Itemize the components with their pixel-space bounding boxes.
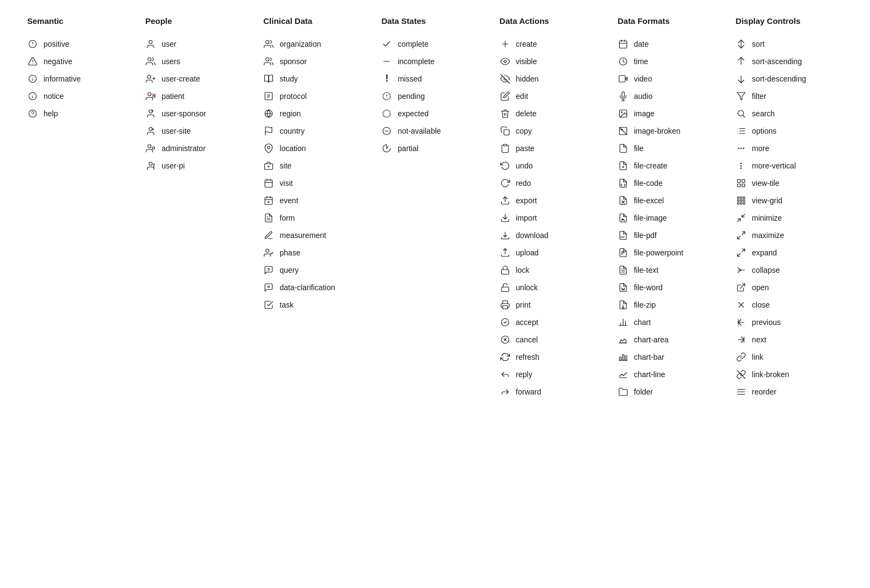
list-item: video (618, 70, 725, 87)
item-label: reorder (752, 387, 776, 397)
list-item: user (145, 35, 252, 53)
next-icon (736, 334, 747, 345)
list-item: filter (736, 87, 843, 105)
list-item: expand (736, 244, 843, 261)
list-item: view-grid (736, 192, 843, 209)
svg-rect-132 (737, 179, 740, 182)
close-icon (736, 299, 747, 310)
item-label: complete (397, 39, 428, 49)
column-header-display-controls: Display Controls (736, 16, 843, 26)
list-item: file-image (618, 209, 725, 227)
item-label: informative (44, 74, 80, 84)
item-label: file-image (634, 213, 667, 223)
sponsor-icon (263, 56, 274, 67)
item-label: file-powerpoint (634, 248, 683, 258)
study-icon (263, 73, 274, 84)
list-item: user-create (145, 70, 252, 87)
svg-rect-135 (742, 184, 744, 187)
maximize-icon (736, 230, 747, 241)
item-label: upload (516, 248, 539, 258)
list-item: chart (618, 314, 725, 331)
file-text-icon (618, 265, 629, 276)
svg-point-52 (266, 249, 269, 252)
location-icon (263, 143, 274, 154)
list-item: reply (500, 366, 607, 383)
item-label: expand (752, 248, 777, 258)
list-item: audio (618, 87, 725, 105)
file-image-icon (618, 212, 629, 223)
item-label: print (516, 300, 531, 310)
list-item: sort-ascending (736, 53, 843, 70)
refresh-icon (500, 352, 511, 362)
svg-line-145 (737, 219, 740, 222)
item-label: accept (516, 317, 538, 327)
svg-point-59 (383, 110, 391, 117)
item-label: chart-line (634, 370, 666, 379)
file-word-icon (618, 282, 629, 293)
svg-rect-143 (740, 203, 742, 204)
list-item: country (263, 122, 370, 140)
item-label: query (279, 265, 299, 275)
svg-rect-136 (737, 197, 739, 198)
svg-point-20 (149, 110, 152, 113)
list-item: expected (381, 105, 488, 122)
item-label: incomplete (397, 57, 434, 66)
item-label: forward (516, 387, 542, 397)
list-item: ! missed (381, 70, 488, 87)
list-item: print (500, 296, 607, 314)
list-item: organization (263, 35, 370, 53)
missed-icon: ! (381, 73, 392, 84)
item-label: administrator (161, 143, 206, 153)
item-label: export (516, 196, 537, 205)
reorder-icon (736, 386, 747, 397)
list-item: measurement (263, 227, 370, 244)
item-label: file-zip (634, 300, 656, 310)
svg-point-130 (741, 163, 742, 164)
svg-marker-117 (737, 92, 745, 100)
item-label: more-vertical (752, 161, 796, 171)
list-item: undo (500, 157, 607, 174)
item-label: filter (752, 91, 766, 101)
list-item: file-word (618, 279, 725, 296)
list-item: chart-area (618, 331, 725, 348)
column-header-data-states: Data States (381, 16, 488, 26)
item-label: expected (397, 109, 428, 118)
svg-point-23 (152, 147, 155, 149)
list-item: edit (500, 87, 607, 105)
site-icon (263, 160, 274, 171)
file-create-icon (618, 160, 629, 171)
item-label: link (752, 352, 763, 362)
svg-line-146 (742, 214, 744, 217)
svg-point-127 (738, 148, 739, 149)
event-icon (263, 195, 274, 206)
item-label: audio (634, 91, 652, 101)
item-label: missed (397, 74, 421, 84)
list-item: download (500, 227, 607, 244)
item-label: options (752, 126, 776, 136)
patient-icon (145, 91, 156, 102)
item-label: user-pi (161, 161, 185, 171)
item-label: sort (752, 39, 765, 49)
measurement-icon (263, 230, 274, 241)
svg-point-22 (148, 145, 151, 148)
item-label: refresh (516, 352, 540, 362)
list-item: create (500, 35, 607, 53)
column-header-people: People (145, 16, 252, 26)
item-label: location (279, 143, 306, 153)
item-label: chart (634, 317, 651, 327)
svg-line-91 (619, 127, 627, 135)
item-label: region (279, 109, 301, 118)
list-item: link (736, 348, 843, 366)
column-clinical-data: Clinical Data organization sponsor study… (258, 16, 376, 401)
list-item: informative (27, 70, 134, 87)
item-label: organization (279, 39, 321, 49)
time-icon (618, 56, 629, 67)
upload-icon (500, 247, 511, 258)
svg-rect-141 (743, 200, 745, 202)
item-label: user-create (161, 74, 200, 84)
data-clarification-icon (263, 282, 274, 293)
list-item: visit (263, 174, 370, 192)
list-item: maximize (736, 227, 843, 244)
svg-rect-40 (265, 180, 273, 187)
informative-icon (27, 73, 38, 84)
